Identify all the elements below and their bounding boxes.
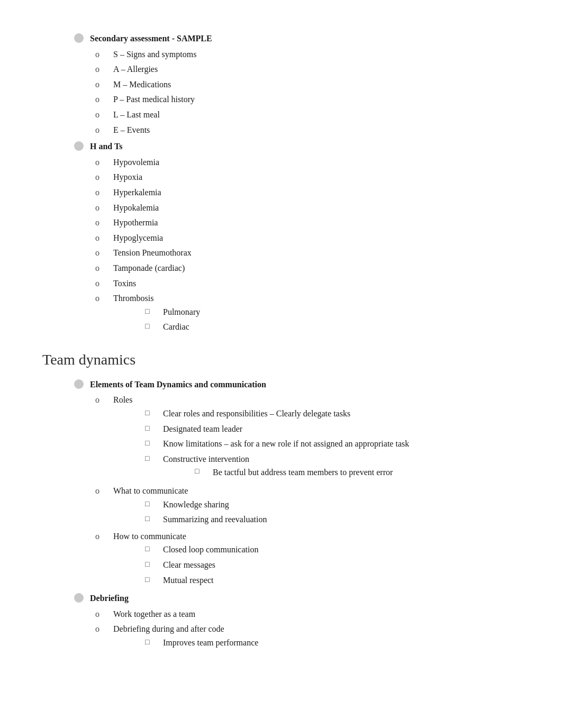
marker: o xyxy=(95,156,106,169)
marker: o xyxy=(95,277,106,290)
how-communicate-children: □ Closed loop communication □ Clear mess… xyxy=(113,543,258,588)
item-text: Pulmonary xyxy=(163,305,200,319)
marker: o xyxy=(95,186,106,199)
elements-list: o Roles □ Clear roles and responsibiliti… xyxy=(42,393,520,588)
list-item: o Hypoxia xyxy=(95,170,520,184)
list-item: □ Be tactful but address team members to… xyxy=(195,466,393,479)
list-item: □ Mutual respect xyxy=(145,574,258,587)
item-text: Know limitations – ask for a new role if… xyxy=(163,437,409,451)
item-text: S – Signs and symptoms xyxy=(113,48,196,61)
list-item: o Roles □ Clear roles and responsibiliti… xyxy=(95,393,520,483)
list-item: □ Know limitations – ask for a new role … xyxy=(145,437,409,451)
marker: o xyxy=(95,78,106,92)
item-text: Summarizing and reevaluation xyxy=(163,513,267,526)
item-text: Clear messages xyxy=(163,558,215,572)
list-item: □ Constructive intervention □ Be tactful… xyxy=(145,452,409,481)
item-text: Cardiac xyxy=(163,320,189,334)
sample-label: Secondary assessment - SAMPLE xyxy=(90,32,212,46)
marker: o xyxy=(95,484,106,498)
list-item: o P – Past medical history xyxy=(95,93,520,106)
item-text: Hypokalemia xyxy=(113,201,159,215)
list-item: o E – Events xyxy=(95,123,520,137)
marker: □ xyxy=(145,636,157,648)
list-item: o Tamponade (cardiac) xyxy=(95,261,520,275)
item-text: Hypovolemia xyxy=(113,156,159,169)
list-item: □ Clear roles and responsibilities – Cle… xyxy=(145,407,409,421)
marker: □ xyxy=(145,558,157,570)
elements-section: Elements of Team Dynamics and communicat… xyxy=(42,378,520,588)
item-text: Clear roles and responsibilities – Clear… xyxy=(163,407,350,421)
item-text: L – Last meal xyxy=(113,108,160,122)
list-item: o L – Last meal xyxy=(95,108,520,122)
marker: o xyxy=(95,93,106,106)
bullet-marker xyxy=(74,379,84,389)
debriefing-bullet: Debriefing xyxy=(42,592,520,605)
hts-bullet: H and Ts xyxy=(42,140,520,153)
list-item: o Toxins xyxy=(95,277,520,290)
marker: o xyxy=(95,123,106,137)
bullet-marker xyxy=(74,33,84,43)
item-text: What to communicate xyxy=(113,484,267,498)
item-text: Debriefing during and after code xyxy=(113,622,258,636)
list-item: □ Summarizing and reevaluation xyxy=(145,513,267,526)
list-item: □ Designated team leader xyxy=(145,422,409,436)
marker: o xyxy=(95,607,106,621)
marker: o xyxy=(95,170,106,184)
marker: o xyxy=(95,292,106,305)
item-text: M – Medications xyxy=(113,78,171,92)
marker: □ xyxy=(145,305,157,317)
marker: o xyxy=(95,108,106,122)
marker: □ xyxy=(145,452,157,464)
item-text: Tamponade (cardiac) xyxy=(113,261,185,275)
debriefing-section: Debriefing o Work together as a team o D… xyxy=(42,592,520,651)
marker: □ xyxy=(145,498,157,509)
marker: o xyxy=(95,246,106,260)
item-text: A – Allergies xyxy=(113,62,158,76)
hts-list: o Hypovolemia o Hypoxia o Hyperkalemia o… xyxy=(42,156,520,335)
item-text: Improves team performance xyxy=(163,636,258,650)
constructive-children: □ Be tactful but address team members to… xyxy=(163,466,393,481)
item-text: Designated team leader xyxy=(163,422,242,436)
sample-list: o S – Signs and symptoms o A – Allergies… xyxy=(42,48,520,137)
item-text: Constructive intervention xyxy=(163,452,393,466)
list-item: o Work together as a team xyxy=(95,607,520,621)
list-item: o What to communicate □ Knowledge sharin… xyxy=(95,484,520,528)
list-item: o Hyperkalemia xyxy=(95,186,520,199)
list-item: o Hypothermia xyxy=(95,216,520,230)
item-text: Work together as a team xyxy=(113,607,195,621)
list-item: □ Closed loop communication xyxy=(145,543,258,557)
debriefing-list: o Work together as a team o Debriefing d… xyxy=(42,607,520,651)
bullet-marker xyxy=(74,141,84,151)
marker: o xyxy=(95,261,106,275)
list-item: o Hypovolemia xyxy=(95,156,520,169)
marker: □ xyxy=(145,422,157,434)
elements-bullet: Elements of Team Dynamics and communicat… xyxy=(42,378,520,392)
marker: □ xyxy=(145,320,157,332)
marker: □ xyxy=(145,407,157,418)
bullet-marker xyxy=(74,593,84,603)
marker: □ xyxy=(145,513,157,524)
elements-label: Elements of Team Dynamics and communicat… xyxy=(90,378,266,392)
sample-bullet: Secondary assessment - SAMPLE xyxy=(42,32,520,46)
list-item: o How to communicate □ Closed loop commu… xyxy=(95,530,520,588)
item-text: Closed loop communication xyxy=(163,543,258,557)
list-item: □ Pulmonary xyxy=(145,305,200,319)
marker: o xyxy=(95,530,106,543)
item-text: Roles xyxy=(113,393,409,407)
thrombosis-children: □ Pulmonary □ Cardiac xyxy=(113,305,200,335)
item-text: Hypoglycemia xyxy=(113,231,163,245)
item-text: Be tactful but address team members to p… xyxy=(213,466,393,479)
what-communicate-children: □ Knowledge sharing □ Summarizing and re… xyxy=(113,498,267,528)
item-text: Thrombosis xyxy=(113,292,200,305)
item-text: E – Events xyxy=(113,123,150,137)
list-item: o Debriefing during and after code □ Imp… xyxy=(95,622,520,651)
list-item: □ Improves team performance xyxy=(145,636,258,650)
hts-section: H and Ts o Hypovolemia o Hypoxia o Hyper… xyxy=(42,140,520,335)
list-item: o Thrombosis □ Pulmonary □ Cardiac xyxy=(95,292,520,335)
item-text: P – Past medical history xyxy=(113,93,195,106)
marker: o xyxy=(95,48,106,61)
marker: o xyxy=(95,231,106,245)
marker: o xyxy=(95,201,106,215)
list-item: o S – Signs and symptoms xyxy=(95,48,520,61)
debriefing-label: Debriefing xyxy=(90,592,129,605)
